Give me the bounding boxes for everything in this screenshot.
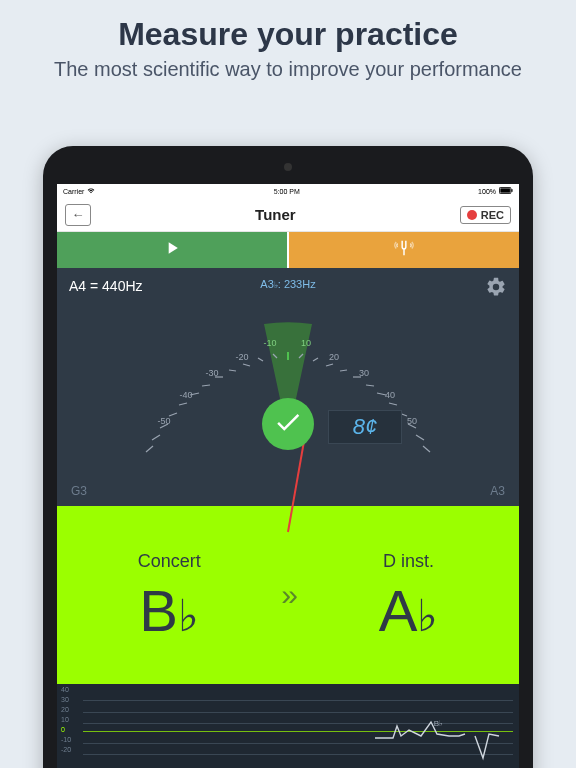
graph-tick-n20: -20 xyxy=(61,746,71,753)
svg-line-4 xyxy=(152,435,160,440)
app-screen: Carrier 5:00 PM 100% ← Tuner REC xyxy=(57,184,519,768)
status-time: 5:00 PM xyxy=(274,188,300,195)
tuning-fork-icon xyxy=(393,237,415,263)
pitch-history-graph: 40 30 20 10 0 -10 -20 B♭ xyxy=(57,684,519,768)
promo-header: Measure your practice The most scientifi… xyxy=(0,0,576,94)
graph-tick-10: 10 xyxy=(61,716,69,723)
play-tab[interactable] xyxy=(57,232,287,268)
concert-note: B♭ xyxy=(138,582,201,640)
transpose-panel: Concert B♭ » D inst. A♭ xyxy=(57,506,519,684)
instrument-note-letter: A xyxy=(379,578,418,643)
in-tune-badge xyxy=(262,398,314,450)
promo-headline: Measure your practice xyxy=(30,16,546,53)
gauge-range-low: G3 xyxy=(71,484,87,498)
gear-icon xyxy=(485,284,507,301)
svg-text:50: 50 xyxy=(407,416,417,426)
mode-tab-row xyxy=(57,232,519,268)
svg-text:20: 20 xyxy=(329,352,339,362)
svg-line-19 xyxy=(340,370,347,371)
svg-line-3 xyxy=(146,446,153,452)
concert-label: Concert xyxy=(138,551,201,572)
svg-line-26 xyxy=(416,435,424,440)
play-icon xyxy=(162,238,182,262)
svg-line-9 xyxy=(202,385,210,386)
instrument-pitch-column: D inst. A♭ xyxy=(379,551,439,640)
svg-line-12 xyxy=(243,364,250,366)
svg-line-23 xyxy=(389,403,397,405)
tuning-gauge: -50 -40 -30 -20 -10 10 20 30 40 50 xyxy=(88,288,488,488)
cents-readout: 8¢ xyxy=(328,410,402,444)
svg-text:-20: -20 xyxy=(235,352,248,362)
settings-button[interactable] xyxy=(485,276,507,302)
record-label: REC xyxy=(481,209,504,221)
graph-tick-20: 20 xyxy=(61,706,69,713)
tuner-display: A4 = 440Hz A3♭: 233Hz xyxy=(57,268,519,506)
promo-subline: The most scientific way to improve your … xyxy=(30,57,546,82)
record-button[interactable]: REC xyxy=(460,206,511,224)
svg-line-21 xyxy=(366,385,374,386)
concert-pitch-column: Concert B♭ xyxy=(138,551,201,640)
svg-text:-10: -10 xyxy=(263,338,276,348)
svg-line-7 xyxy=(179,403,187,405)
arrow-left-icon: ← xyxy=(72,207,85,222)
graph-tick-40: 40 xyxy=(61,686,69,693)
record-dot-icon xyxy=(467,210,477,220)
svg-line-11 xyxy=(229,370,236,371)
page-title: Tuner xyxy=(255,206,296,223)
svg-rect-2 xyxy=(511,189,512,192)
ios-status-bar: Carrier 5:00 PM 100% xyxy=(57,184,519,198)
svg-text:30: 30 xyxy=(359,368,369,378)
wifi-icon xyxy=(87,187,95,195)
concert-note-accidental: ♭ xyxy=(178,591,199,640)
svg-line-27 xyxy=(423,446,430,452)
instrument-note-accidental: ♭ xyxy=(417,591,438,640)
checkmark-icon xyxy=(273,407,303,441)
nav-bar: ← Tuner REC xyxy=(57,198,519,232)
svg-line-18 xyxy=(326,364,333,366)
svg-text:10: 10 xyxy=(301,338,311,348)
instrument-label: D inst. xyxy=(379,551,439,572)
transpose-arrow-icon: » xyxy=(281,578,298,612)
battery-icon xyxy=(499,187,513,195)
graph-tick-30: 30 xyxy=(61,696,69,703)
svg-text:-50: -50 xyxy=(157,416,170,426)
pitch-trace xyxy=(375,712,505,762)
tuning-fork-tab[interactable] xyxy=(289,232,519,268)
tablet-frame: Carrier 5:00 PM 100% ← Tuner REC xyxy=(43,146,533,768)
status-battery-pct: 100% xyxy=(478,188,496,195)
svg-text:-30: -30 xyxy=(205,368,218,378)
back-button[interactable]: ← xyxy=(65,204,91,226)
graph-tick-n10: -10 xyxy=(61,736,71,743)
gauge-range-high: A3 xyxy=(490,484,505,498)
svg-line-13 xyxy=(258,358,263,361)
instrument-note: A♭ xyxy=(379,582,439,640)
svg-line-17 xyxy=(313,358,318,361)
status-carrier: Carrier xyxy=(63,188,84,195)
concert-note-letter: B xyxy=(139,578,178,643)
tablet-camera xyxy=(284,163,292,171)
graph-tick-0: 0 xyxy=(61,726,65,733)
svg-text:40: 40 xyxy=(385,390,395,400)
svg-rect-1 xyxy=(500,188,510,192)
graph-canvas: B♭ xyxy=(83,692,513,768)
svg-text:-40: -40 xyxy=(179,390,192,400)
